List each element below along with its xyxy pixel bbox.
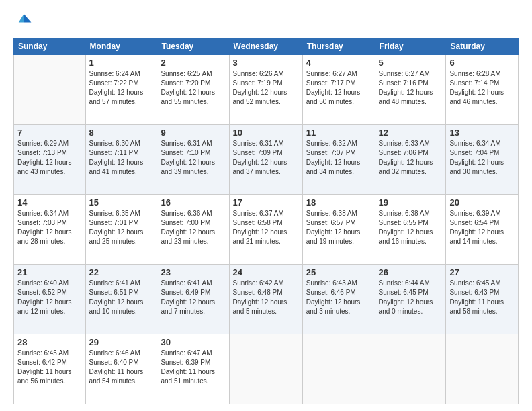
calendar-cell: 21Sunrise: 6:40 AM Sunset: 6:52 PM Dayli… bbox=[14, 265, 86, 334]
day-info: Sunrise: 6:24 AM Sunset: 7:22 PM Dayligh… bbox=[89, 69, 154, 107]
day-number: 16 bbox=[161, 197, 225, 208]
day-number: 23 bbox=[161, 267, 225, 277]
calendar-cell: 17Sunrise: 6:37 AM Sunset: 6:58 PM Dayli… bbox=[229, 195, 302, 265]
calendar-cell: 26Sunrise: 6:44 AM Sunset: 6:45 PM Dayli… bbox=[375, 265, 446, 334]
weekday-tuesday: Tuesday bbox=[157, 38, 229, 55]
calendar-cell: 2Sunrise: 6:25 AM Sunset: 7:20 PM Daylig… bbox=[157, 55, 229, 125]
day-number: 20 bbox=[449, 197, 515, 208]
day-info: Sunrise: 6:26 AM Sunset: 7:19 PM Dayligh… bbox=[233, 69, 299, 107]
weekday-saturday: Saturday bbox=[446, 38, 519, 55]
svg-marker-1 bbox=[19, 14, 24, 22]
day-info: Sunrise: 6:38 AM Sunset: 6:55 PM Dayligh… bbox=[379, 209, 443, 246]
day-number: 4 bbox=[306, 58, 371, 68]
day-number: 14 bbox=[17, 197, 82, 208]
day-info: Sunrise: 6:41 AM Sunset: 6:49 PM Dayligh… bbox=[161, 279, 225, 316]
calendar-week-2: 7Sunrise: 6:29 AM Sunset: 7:13 PM Daylig… bbox=[14, 125, 519, 195]
calendar-cell: 16Sunrise: 6:36 AM Sunset: 7:00 PM Dayli… bbox=[157, 195, 229, 265]
calendar-cell: 13Sunrise: 6:34 AM Sunset: 7:04 PM Dayli… bbox=[446, 125, 519, 195]
day-number: 9 bbox=[161, 128, 225, 138]
day-info: Sunrise: 6:41 AM Sunset: 6:51 PM Dayligh… bbox=[89, 279, 154, 316]
calendar-cell bbox=[375, 334, 446, 404]
day-info: Sunrise: 6:29 AM Sunset: 7:13 PM Dayligh… bbox=[17, 139, 82, 177]
logo-icon bbox=[13, 12, 32, 31]
day-number: 8 bbox=[89, 128, 154, 138]
calendar-cell: 1Sunrise: 6:24 AM Sunset: 7:22 PM Daylig… bbox=[85, 55, 157, 125]
weekday-friday: Friday bbox=[375, 38, 446, 55]
day-info: Sunrise: 6:44 AM Sunset: 6:45 PM Dayligh… bbox=[379, 279, 443, 316]
day-info: Sunrise: 6:27 AM Sunset: 7:16 PM Dayligh… bbox=[379, 69, 443, 107]
calendar-cell: 7Sunrise: 6:29 AM Sunset: 7:13 PM Daylig… bbox=[14, 125, 86, 195]
day-info: Sunrise: 6:40 AM Sunset: 6:52 PM Dayligh… bbox=[17, 279, 82, 316]
day-info: Sunrise: 6:34 AM Sunset: 7:03 PM Dayligh… bbox=[17, 209, 82, 246]
calendar-cell: 28Sunrise: 6:45 AM Sunset: 6:42 PM Dayli… bbox=[14, 334, 86, 404]
calendar-cell: 24Sunrise: 6:42 AM Sunset: 6:48 PM Dayli… bbox=[229, 265, 302, 334]
day-number: 21 bbox=[17, 267, 82, 277]
day-info: Sunrise: 6:35 AM Sunset: 7:01 PM Dayligh… bbox=[89, 209, 154, 246]
calendar-cell bbox=[14, 55, 86, 125]
day-number: 22 bbox=[89, 267, 154, 277]
day-info: Sunrise: 6:34 AM Sunset: 7:04 PM Dayligh… bbox=[449, 139, 515, 177]
calendar-week-1: 1Sunrise: 6:24 AM Sunset: 7:22 PM Daylig… bbox=[14, 55, 519, 125]
calendar-cell: 22Sunrise: 6:41 AM Sunset: 6:51 PM Dayli… bbox=[85, 265, 157, 334]
day-number: 7 bbox=[17, 128, 82, 138]
day-number: 1 bbox=[89, 58, 154, 68]
calendar-cell: 30Sunrise: 6:47 AM Sunset: 6:39 PM Dayli… bbox=[157, 334, 229, 404]
calendar-cell: 29Sunrise: 6:46 AM Sunset: 6:40 PM Dayli… bbox=[85, 334, 157, 404]
day-info: Sunrise: 6:28 AM Sunset: 7:14 PM Dayligh… bbox=[449, 69, 515, 107]
day-number: 19 bbox=[379, 197, 443, 208]
day-number: 18 bbox=[306, 197, 371, 208]
calendar-cell bbox=[229, 334, 302, 404]
day-number: 13 bbox=[449, 128, 515, 138]
calendar-week-5: 28Sunrise: 6:45 AM Sunset: 6:42 PM Dayli… bbox=[14, 334, 519, 404]
svg-marker-0 bbox=[24, 14, 32, 22]
day-number: 17 bbox=[233, 197, 299, 208]
day-info: Sunrise: 6:46 AM Sunset: 6:40 PM Dayligh… bbox=[89, 349, 154, 386]
day-info: Sunrise: 6:45 AM Sunset: 6:43 PM Dayligh… bbox=[449, 279, 515, 316]
day-info: Sunrise: 6:38 AM Sunset: 6:57 PM Dayligh… bbox=[306, 209, 371, 246]
day-number: 11 bbox=[306, 128, 371, 138]
calendar-cell: 20Sunrise: 6:39 AM Sunset: 6:54 PM Dayli… bbox=[446, 195, 519, 265]
day-number: 30 bbox=[161, 337, 225, 347]
day-info: Sunrise: 6:25 AM Sunset: 7:20 PM Dayligh… bbox=[161, 69, 225, 107]
calendar-cell: 3Sunrise: 6:26 AM Sunset: 7:19 PM Daylig… bbox=[229, 55, 302, 125]
day-number: 29 bbox=[89, 337, 154, 347]
day-info: Sunrise: 6:31 AM Sunset: 7:10 PM Dayligh… bbox=[161, 139, 225, 177]
weekday-sunday: Sunday bbox=[14, 38, 86, 55]
calendar-cell bbox=[302, 334, 375, 404]
day-info: Sunrise: 6:43 AM Sunset: 6:46 PM Dayligh… bbox=[306, 279, 371, 316]
calendar-cell: 27Sunrise: 6:45 AM Sunset: 6:43 PM Dayli… bbox=[446, 265, 519, 334]
weekday-header-row: SundayMondayTuesdayWednesdayThursdayFrid… bbox=[14, 38, 519, 55]
calendar-cell: 18Sunrise: 6:38 AM Sunset: 6:57 PM Dayli… bbox=[302, 195, 375, 265]
calendar: SundayMondayTuesdayWednesdayThursdayFrid… bbox=[13, 38, 519, 404]
calendar-cell: 15Sunrise: 6:35 AM Sunset: 7:01 PM Dayli… bbox=[85, 195, 157, 265]
calendar-cell: 14Sunrise: 6:34 AM Sunset: 7:03 PM Dayli… bbox=[14, 195, 86, 265]
calendar-cell bbox=[446, 334, 519, 404]
weekday-monday: Monday bbox=[85, 38, 157, 55]
day-info: Sunrise: 6:39 AM Sunset: 6:54 PM Dayligh… bbox=[449, 209, 515, 246]
day-info: Sunrise: 6:27 AM Sunset: 7:17 PM Dayligh… bbox=[306, 69, 371, 107]
calendar-cell: 8Sunrise: 6:30 AM Sunset: 7:11 PM Daylig… bbox=[85, 125, 157, 195]
day-info: Sunrise: 6:31 AM Sunset: 7:09 PM Dayligh… bbox=[233, 139, 299, 177]
weekday-wednesday: Wednesday bbox=[229, 38, 302, 55]
day-number: 26 bbox=[379, 267, 443, 277]
calendar-week-3: 14Sunrise: 6:34 AM Sunset: 7:03 PM Dayli… bbox=[14, 195, 519, 265]
calendar-cell: 6Sunrise: 6:28 AM Sunset: 7:14 PM Daylig… bbox=[446, 55, 519, 125]
logo bbox=[13, 12, 35, 31]
calendar-week-4: 21Sunrise: 6:40 AM Sunset: 6:52 PM Dayli… bbox=[14, 265, 519, 334]
calendar-cell: 19Sunrise: 6:38 AM Sunset: 6:55 PM Dayli… bbox=[375, 195, 446, 265]
day-info: Sunrise: 6:37 AM Sunset: 6:58 PM Dayligh… bbox=[233, 209, 299, 246]
day-info: Sunrise: 6:30 AM Sunset: 7:11 PM Dayligh… bbox=[89, 139, 154, 177]
day-info: Sunrise: 6:42 AM Sunset: 6:48 PM Dayligh… bbox=[233, 279, 299, 316]
day-number: 27 bbox=[449, 267, 515, 277]
day-number: 24 bbox=[233, 267, 299, 277]
calendar-cell: 9Sunrise: 6:31 AM Sunset: 7:10 PM Daylig… bbox=[157, 125, 229, 195]
calendar-cell: 11Sunrise: 6:32 AM Sunset: 7:07 PM Dayli… bbox=[302, 125, 375, 195]
day-number: 6 bbox=[449, 58, 515, 68]
day-info: Sunrise: 6:47 AM Sunset: 6:39 PM Dayligh… bbox=[161, 349, 225, 386]
day-number: 25 bbox=[306, 267, 371, 277]
weekday-thursday: Thursday bbox=[302, 38, 375, 55]
day-info: Sunrise: 6:33 AM Sunset: 7:06 PM Dayligh… bbox=[379, 139, 443, 177]
calendar-cell: 5Sunrise: 6:27 AM Sunset: 7:16 PM Daylig… bbox=[375, 55, 446, 125]
day-number: 15 bbox=[89, 197, 154, 208]
calendar-cell: 23Sunrise: 6:41 AM Sunset: 6:49 PM Dayli… bbox=[157, 265, 229, 334]
